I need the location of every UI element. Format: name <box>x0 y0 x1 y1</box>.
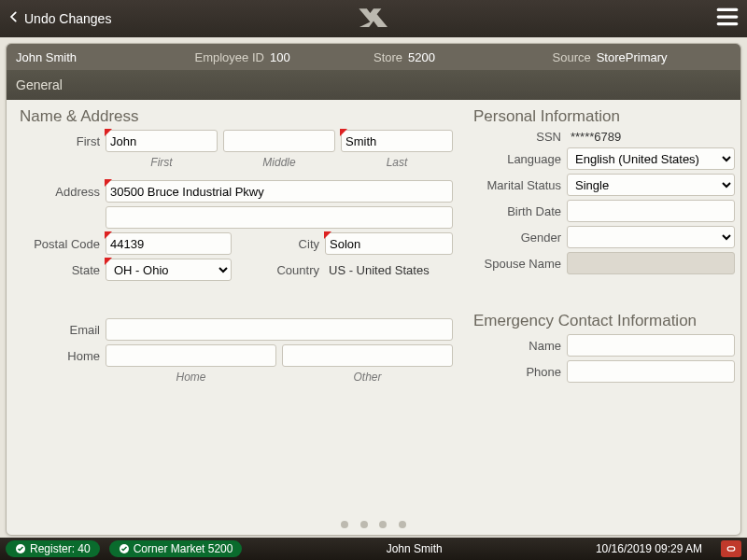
home-phone-input[interactable] <box>106 344 276 367</box>
menu-icon[interactable] <box>715 5 740 33</box>
address2-input[interactable] <box>106 206 453 229</box>
gender-select[interactable] <box>567 226 735 248</box>
country-value: US - United States <box>325 263 453 277</box>
svg-marker-0 <box>359 8 388 27</box>
oracle-indicator-icon[interactable] <box>721 540 741 557</box>
email-input[interactable] <box>106 318 453 341</box>
name-address-title: Name & Address <box>20 107 463 126</box>
language-select[interactable]: English (United States) <box>567 147 735 170</box>
marital-select[interactable]: Single <box>567 174 735 196</box>
page-dot[interactable] <box>360 521 368 528</box>
emergency-name-input[interactable] <box>567 334 735 357</box>
city-label: City <box>232 237 325 251</box>
other-sublabel: Other <box>282 371 453 384</box>
app-topbar: Undo Changes <box>0 0 747 37</box>
check-circle-icon <box>15 543 26 554</box>
content-area: Name & Address First First Middle Last A… <box>7 100 740 536</box>
state-label: State <box>20 263 106 277</box>
info-name: John Smith <box>16 50 195 64</box>
emergency-title: Emergency Contact Information <box>473 312 740 330</box>
birth-input[interactable] <box>567 200 735 222</box>
state-select[interactable]: OH - Ohio <box>106 259 232 281</box>
svg-rect-3 <box>727 547 735 551</box>
page-indicator <box>0 515 747 532</box>
postal-input[interactable] <box>106 232 232 255</box>
tab-strip: General <box>7 70 740 100</box>
email-label: Email <box>20 323 106 337</box>
other-phone-input[interactable] <box>282 344 453 367</box>
market-status-pill[interactable]: Corner Market 5200 <box>109 540 243 557</box>
info-store: Store5200 <box>374 50 553 64</box>
status-datetime: 10/16/2019 09:29 AM <box>596 542 702 555</box>
emergency-name-label: Name <box>473 339 567 353</box>
first-label: First <box>20 134 106 148</box>
middle-name-input[interactable] <box>223 130 335 152</box>
back-chevron-icon[interactable] <box>7 10 21 27</box>
last-sublabel: Last <box>341 156 453 169</box>
first-name-input[interactable] <box>106 130 218 152</box>
address-label: Address <box>20 185 106 199</box>
check-circle-icon <box>119 543 130 554</box>
xstore-logo-icon <box>357 6 390 35</box>
spouse-input-disabled <box>567 252 735 274</box>
status-user: John Smith <box>251 542 576 555</box>
main-frame: John Smith Employee ID100 Store5200 Sour… <box>6 43 741 536</box>
ssn-label: SSN <box>473 130 567 144</box>
register-status-pill[interactable]: Register: 40 <box>6 540 100 557</box>
home-sublabel: Home <box>106 371 276 384</box>
info-source: SourceStorePrimary <box>553 50 732 64</box>
status-bar: Register: 40 Corner Market 5200 John Smi… <box>0 538 747 560</box>
last-name-input[interactable] <box>341 130 453 152</box>
ssn-value: *****6789 <box>567 130 621 144</box>
marital-label: Marital Status <box>473 178 567 192</box>
page-dot[interactable] <box>379 521 387 528</box>
employee-info-strip: John Smith Employee ID100 Store5200 Sour… <box>7 44 740 70</box>
name-address-section: Name & Address First First Middle Last A… <box>20 107 463 387</box>
gender-label: Gender <box>473 231 567 245</box>
birth-label: Birth Date <box>473 204 567 218</box>
first-sublabel: First <box>106 156 218 169</box>
language-label: Language <box>473 152 567 166</box>
country-label: Country <box>232 263 325 277</box>
home-phone-label: Home <box>20 349 106 363</box>
emergency-phone-label: Phone <box>473 365 567 379</box>
postal-label: Postal Code <box>20 237 106 251</box>
personal-info-section: Personal Information SSN *****6789 Langu… <box>473 107 740 386</box>
address1-input[interactable] <box>106 180 453 203</box>
personal-info-title: Personal Information <box>473 107 740 126</box>
page-dot[interactable] <box>399 521 406 528</box>
info-employee-id: Employee ID100 <box>195 50 374 64</box>
emergency-phone-input[interactable] <box>567 360 735 383</box>
tab-general[interactable]: General <box>16 77 63 92</box>
undo-changes-label[interactable]: Undo Changes <box>24 11 111 26</box>
city-input[interactable] <box>325 232 453 255</box>
spouse-label: Spouse Name <box>473 257 567 271</box>
middle-sublabel: Middle <box>223 156 335 169</box>
page-dot[interactable] <box>341 521 348 528</box>
